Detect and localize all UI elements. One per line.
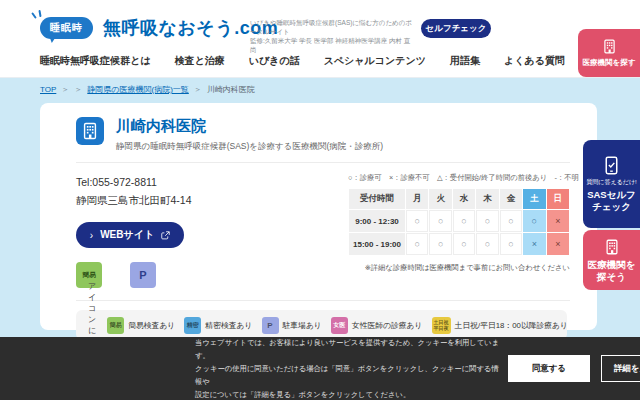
sas-self-check-button[interactable]: 質問に答えるだけ! SASセルフ チェック	[583, 140, 640, 228]
simple-test-badge-icon: 簡易	[107, 317, 124, 334]
clinic-header: 川崎内科医院 静岡県の睡眠時無呼吸症候群(SAS)を診療する医療機関(病院・診療…	[76, 117, 570, 163]
schedule-symbol-legend: ○：診療可 ×：診療不可 △：受付開始/終了時間の前後あり -：不明	[348, 173, 579, 183]
clinic-address: 静岡県三島市北田町4-14	[76, 191, 348, 209]
schedule-cell: ○	[406, 233, 428, 255]
cookie-consent-bar: 当ウェブサイトでは、お客様により良いサービスを提供するため、クッキーを利用してい…	[0, 337, 640, 400]
legend-item-detailed-test: 精密 精密検査あり	[184, 317, 252, 334]
floating-side-buttons: 質問に答えるだけ! SASセルフ チェック 医療機関を 探そう	[583, 140, 640, 290]
schedule-cell: ○	[406, 210, 428, 232]
schedule-cell: ○	[500, 210, 522, 232]
clinic-feature-badges: 簡易 P	[76, 262, 348, 288]
nav-item-glossary[interactable]: 用語集	[450, 54, 480, 68]
site-logo[interactable]: 睡眠時 無呼吸なおそう.com	[40, 16, 278, 40]
website-button[interactable]: › WEBサイト	[76, 222, 184, 248]
tagline-line1: いびきや睡眠時無呼吸症候群(SAS)に悩む方のためのポータルサイト	[250, 18, 415, 36]
cookie-actions: 同意する 詳細を見る	[508, 355, 640, 382]
phone-check-icon	[601, 155, 622, 176]
breadcrumb-separator: ＞	[194, 84, 202, 95]
nav-item-special-contents[interactable]: スペシャルコンテンツ	[324, 54, 426, 68]
icon-legend-section: アイコンについて 簡易 簡易検査あり 精密 精密検査あり P 駐車場あり 女医 …	[76, 300, 570, 340]
find-medical-button-top[interactable]: 医療機関を探す	[578, 29, 640, 77]
logo-accent	[33, 10, 43, 20]
schedule-col-header: 月	[406, 189, 428, 209]
nav-item-tests-treatment[interactable]: 検査と治療	[174, 54, 224, 68]
main-nav: 睡眠時無呼吸症候群とは 検査と治療 いびきの話 スペシャルコンテンツ 用語集 よ…	[40, 54, 565, 68]
hospital-icon	[76, 117, 104, 145]
breadcrumb-top[interactable]: TOP	[40, 85, 56, 94]
schedule-cell: ○	[523, 210, 545, 232]
clinic-contact-column: Tel:055-972-8811 静岡県三島市北田町4-14 › WEBサイト …	[76, 173, 348, 288]
self-check-caption: 質問に答えるだけ!	[586, 178, 636, 187]
website-button-label: WEBサイト	[100, 228, 154, 242]
nav-item-about-sas[interactable]: 睡眠時無呼吸症候群とは	[40, 54, 150, 68]
nav-item-snoring[interactable]: いびきの話	[249, 54, 300, 68]
legend-item-parking: P 駐車場あり	[262, 317, 322, 334]
schedule-time: 9:00 - 12:30	[349, 210, 405, 232]
breadcrumb: TOP ＞ ＞ 静岡県の医療機関(病院)一覧 ＞ 川崎内科医院	[40, 84, 255, 95]
schedule-col-header: 木	[476, 189, 498, 209]
legend-item-simple-test: 簡易 簡易検査あり	[107, 317, 175, 334]
legend-item-weekend-hours: 土日祝 平日夜 土日祝/平日18：00以降診療あり	[432, 317, 568, 334]
breadcrumb-current: 川崎内科医院	[207, 84, 255, 95]
cookie-details-button[interactable]: 詳細を見る	[601, 355, 640, 382]
detailed-test-badge-icon: 精密	[184, 317, 201, 334]
tagline-line2: 監修:久留米大学 学長 医学部 神経精神医学講座 内村 直尚	[250, 36, 415, 54]
clinic-phone: Tel:055-972-8811	[76, 173, 348, 191]
schedule-cell: ×	[547, 233, 569, 255]
schedule-column: ○：診療可 ×：診療不可 △：受付開始/終了時間の前後あり -：不明 受付時間 …	[348, 173, 579, 288]
schedule-col-header: 受付時間	[349, 189, 405, 209]
legend-item-female-doctor: 女医 女性医師の診療あり	[331, 317, 423, 334]
breadcrumb-separator: ＞	[74, 84, 82, 95]
schedule-col-header-saturday: 土	[523, 189, 545, 209]
schedule-cell: ×	[547, 210, 569, 232]
nav-item-faq[interactable]: よくある質問	[504, 54, 565, 68]
schedule-cell: ○	[429, 233, 451, 255]
schedule-cell: ×	[523, 233, 545, 255]
cookie-agree-button[interactable]: 同意する	[508, 355, 590, 382]
self-check-button[interactable]: セルフチェック	[421, 19, 491, 38]
schedule-cell: ○	[453, 210, 475, 232]
schedule-cell: ○	[500, 233, 522, 255]
schedule-col-header: 水	[453, 189, 475, 209]
clinic-detail-card: 川崎内科医院 静岡県の睡眠時無呼吸症候群(SAS)を診療する医療機関(病院・診療…	[40, 103, 597, 330]
schedule-row-afternoon: 15:00 - 19:00 ○ ○ ○ ○ ○ × ×	[349, 233, 569, 255]
weekend-hours-badge-icon: 土日祝 平日夜	[432, 317, 451, 334]
schedule-col-header: 火	[429, 189, 451, 209]
schedule-col-header: 金	[500, 189, 522, 209]
clinic-body: Tel:055-972-8811 静岡県三島市北田町4-14 › WEBサイト …	[76, 173, 570, 288]
schedule-cell: ○	[476, 210, 498, 232]
schedule-header-row: 受付時間 月 火 水 木 金 土 日	[349, 189, 569, 209]
parking-badge: P	[130, 262, 156, 288]
schedule-cell: ○	[476, 233, 498, 255]
female-doctor-badge-icon: 女医	[331, 317, 348, 334]
logo-bubble-text: 睡眠時	[50, 22, 83, 33]
parking-badge-icon: P	[262, 317, 279, 334]
schedule-row-morning: 9:00 - 12:30 ○ ○ ○ ○ ○ ○ ×	[349, 210, 569, 232]
logo-bubble: 睡眠時	[40, 17, 93, 39]
schedule-cell: ○	[429, 210, 451, 232]
site-header: 睡眠時 無呼吸なおそう.com いびきや睡眠時無呼吸症候群(SAS)に悩む方のた…	[0, 0, 640, 78]
chevron-right-icon: ›	[90, 230, 93, 241]
external-link-icon	[161, 231, 170, 240]
breadcrumb-list-page[interactable]: 静岡県の医療機関(病院)一覧	[87, 84, 189, 95]
schedule-col-header-sunday: 日	[547, 189, 569, 209]
schedule-note: ※詳細な診療時間は医療機関まで事前にお問い合わせください	[348, 263, 570, 273]
building-icon	[601, 38, 618, 55]
schedule-table: 受付時間 月 火 水 木 金 土 日 9:00 - 12:30 ○ ○ ○ ○ …	[348, 188, 570, 256]
find-clinic-label: 医療機関を 探そう	[588, 259, 636, 283]
schedule-cell: ○	[453, 233, 475, 255]
self-check-label: SASセルフ チェック	[587, 189, 636, 213]
cookie-message: 当ウェブサイトでは、お客様により良いサービスを提供するため、クッキーを利用してい…	[195, 336, 500, 400]
building-icon	[603, 238, 621, 256]
schedule-time: 15:00 - 19:00	[349, 233, 405, 255]
site-tagline: いびきや睡眠時無呼吸症候群(SAS)に悩む方のためのポータルサイト 監修:久留米…	[250, 18, 415, 54]
clinic-name: 川崎内科医院	[116, 117, 383, 136]
find-clinic-button[interactable]: 医療機関を 探そう	[583, 230, 640, 290]
clinic-subtitle: 静岡県の睡眠時無呼吸症候群(SAS)を診療する医療機関(病院・診療所)	[116, 141, 383, 153]
find-medical-label: 医療機関を探す	[583, 58, 636, 68]
breadcrumb-separator: ＞	[61, 84, 69, 95]
